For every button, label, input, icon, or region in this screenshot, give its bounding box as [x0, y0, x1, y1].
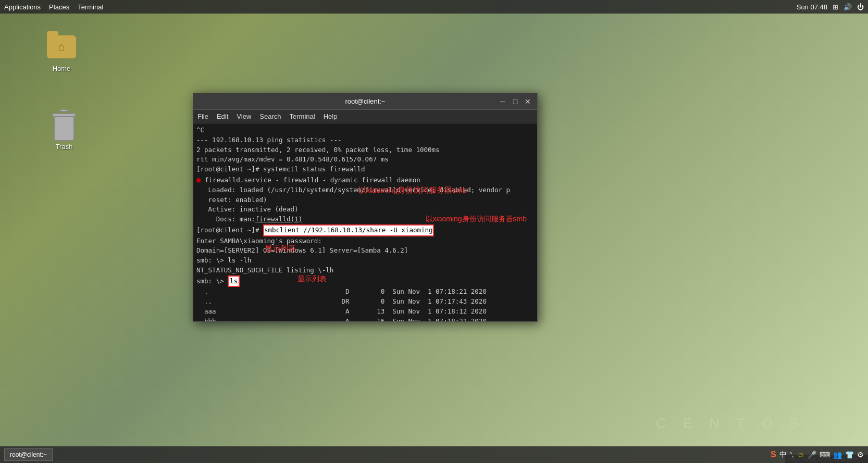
annotation-smb: 以xiaoming身份访问服务器smb [426, 215, 527, 224]
punctuation-icon[interactable]: °, [790, 451, 794, 458]
applications-menu[interactable]: Applications [4, 3, 41, 11]
network-icon[interactable]: ⊞ [833, 3, 838, 11]
page-indicator: 1 / 4 [841, 433, 858, 442]
centos-watermark: C E N T O S [655, 415, 805, 432]
sogou-icon[interactable]: S [771, 450, 776, 459]
terminal-title: root@cilent:~ [345, 97, 385, 105]
minimize-button[interactable]: ─ [498, 97, 508, 106]
terminal-titlebar: root@cilent:~ ─ □ ✕ [193, 93, 537, 110]
settings-icon[interactable]: ⚙ [857, 451, 864, 459]
chinese-input-icon[interactable]: 中 [779, 450, 787, 459]
users-icon[interactable]: 👥 [833, 451, 842, 459]
skin-icon[interactable]: 👕 [845, 451, 854, 459]
ls-highlight: ls [228, 276, 240, 287]
taskbar-top: Applications Places Terminal Sun 07:48 ⊞… [0, 0, 868, 14]
annotation-ls: 显示列表 [297, 274, 327, 284]
terminal-menubar: File Edit View Search Terminal Help [193, 110, 537, 123]
places-menu[interactable]: Places [49, 3, 69, 11]
terminal-window: root@cilent:~ ─ □ ✕ File Edit View Searc… [193, 93, 538, 322]
close-button[interactable]: ✕ [523, 97, 533, 106]
clock: Sun 07:48 [797, 3, 827, 11]
annotation-smb-text: 以xiaoming身份访问服务器smb [358, 185, 467, 195]
menu-view[interactable]: View [237, 112, 251, 120]
trash-icon-label: Trash [56, 143, 73, 151]
command-highlight: smbclient //192.168.10.13/share -U xiaom… [263, 224, 434, 236]
volume-icon[interactable]: 🔊 [844, 3, 852, 11]
taskbar-bottom-left: root@cilent:~ [4, 448, 53, 461]
taskbar-bottom: root@cilent:~ S 中 °, ☺ 🎤 ⌨ 👥 👕 ⚙ [0, 446, 868, 463]
terminal-body[interactable]: ^C --- 192.168.10.13 ping statistics ---… [193, 123, 537, 321]
trash-icon-image [48, 109, 80, 141]
terminal-window-controls: ─ □ ✕ [498, 97, 533, 106]
menu-file[interactable]: File [197, 112, 208, 120]
maximize-button[interactable]: □ [510, 97, 520, 106]
menu-help[interactable]: Help [324, 112, 338, 120]
mic-icon[interactable]: 🎤 [808, 451, 816, 459]
taskbar-top-right: Sun 07:48 ⊞ 🔊 ⏻ [797, 3, 864, 11]
menu-terminal[interactable]: Terminal [290, 112, 315, 120]
trash-desktop-icon[interactable]: Trash [43, 109, 85, 151]
terminal-menu[interactable]: Terminal [78, 3, 103, 11]
home-desktop-icon[interactable]: ⌂ Home [41, 31, 82, 72]
terminal-taskbar-button[interactable]: root@cilent:~ [4, 448, 53, 461]
home-icon-image: ⌂ [46, 31, 77, 62]
power-icon[interactable]: ⏻ [857, 3, 864, 11]
menu-edit[interactable]: Edit [217, 112, 228, 120]
home-icon-label: Home [53, 65, 71, 72]
menu-search[interactable]: Search [259, 112, 281, 120]
system-tray: S 中 °, ☺ 🎤 ⌨ 👥 👕 ⚙ [771, 450, 864, 459]
keyboard-icon[interactable]: ⌨ [820, 451, 830, 459]
emoji-icon[interactable]: ☺ [797, 451, 804, 459]
taskbar-top-left: Applications Places Terminal [4, 3, 103, 11]
annotation-ls-text: 显示列表 [265, 244, 296, 254]
